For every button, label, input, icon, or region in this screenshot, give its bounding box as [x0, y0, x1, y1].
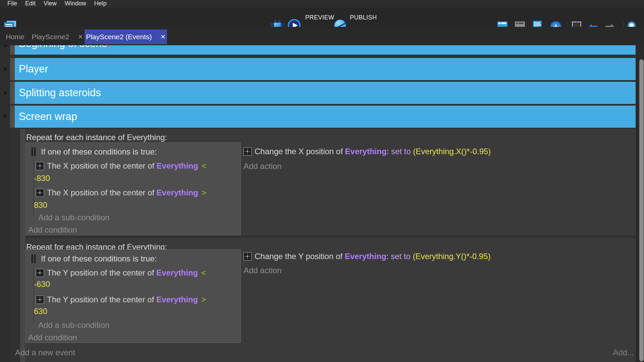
object-name: Everything [345, 252, 386, 261]
close-tab-icon[interactable]: ✕ [78, 33, 83, 41]
action-row[interactable]: Change the X position of Everything: set… [255, 146, 491, 157]
events-sheet: Beginning of scene Player Splitting aste… [0, 45, 644, 362]
add-condition-link[interactable]: Add condition [28, 333, 77, 343]
action-verb: set to [391, 252, 411, 261]
object-name: Everything [156, 295, 198, 304]
group-collapse-arrow-icon[interactable] [4, 67, 8, 71]
operator: > [201, 295, 206, 304]
gdevelop-window: File Edit View Window Help PREVIEW PUBLI… [0, 0, 644, 362]
repeat-event-label[interactable]: Repeat for each instance of Everything: [26, 132, 167, 142]
group-handle[interactable] [10, 82, 15, 104]
menu-bar: File Edit View Window Help [0, 0, 644, 8]
add-sub-condition-link[interactable]: Add a sub-condition [38, 213, 109, 223]
menu-edit[interactable]: Edit [21, 0, 40, 8]
group-screen-wrap[interactable]: Screen wrap [15, 106, 636, 128]
condition-row[interactable]: The Y position of the center of Everythi… [47, 268, 206, 278]
or-condition-label[interactable]: If one of these conditions is true: [41, 147, 157, 157]
vertical-scrollbar[interactable] [639, 59, 644, 361]
event-repeat-x[interactable]: Repeat for each instance of Everything: … [25, 129, 636, 235]
position-action-icon [243, 147, 252, 156]
object-name: Everything [156, 268, 198, 277]
menu-view[interactable]: View [40, 0, 61, 8]
or-condition-label[interactable]: If one of these conditions is true: [41, 254, 157, 264]
add-new-event-link[interactable]: Add a new event [15, 348, 75, 357]
add-action-link[interactable]: Add action [244, 265, 281, 276]
group-handle[interactable] [10, 58, 15, 80]
event-repeat-y[interactable]: Repeat for each instance of Everything: … [25, 238, 636, 362]
action-verb: set to [391, 147, 411, 156]
add-action-link[interactable]: Add action [244, 161, 281, 171]
operator: < [201, 268, 206, 277]
menu-file[interactable]: File [3, 0, 21, 8]
tab-playscene2[interactable]: PlayScene2 ✕ [30, 29, 85, 44]
add-condition-link[interactable]: Add condition [28, 225, 77, 235]
action-formula: (Everything.X()*-0.95) [413, 147, 491, 156]
condition-row[interactable]: The Y position of the center of Everythi… [47, 295, 206, 305]
object-name: Everything [157, 161, 198, 170]
position-action-icon [243, 252, 252, 261]
position-condition-icon [36, 188, 44, 197]
or-condition-icon [32, 147, 37, 158]
tab-playscene2-events[interactable]: PlayScene2 (Events) ✕ [85, 29, 167, 44]
condition-value[interactable]: -630 [34, 279, 50, 289]
position-condition-icon [36, 295, 44, 304]
publish-button[interactable]: PUBLISH [350, 8, 377, 27]
operator: < [202, 161, 206, 170]
operator: > [202, 188, 206, 197]
main-toolbar: PREVIEW PUBLISH + + + + – ⬅ ➡ [0, 8, 644, 27]
or-condition-icon [32, 254, 37, 264]
close-tab-icon[interactable]: ✕ [161, 33, 166, 41]
condition-value[interactable]: -830 [34, 173, 50, 183]
group-collapse-arrow-icon[interactable] [4, 90, 8, 95]
conditions-panel[interactable]: If one of these conditions is true: The … [25, 142, 241, 235]
condition-value[interactable]: 830 [34, 200, 47, 210]
group-player[interactable]: Player [15, 58, 636, 80]
preview-button[interactable]: PREVIEW [305, 8, 334, 27]
action-row[interactable]: Change the Y position of Everything: set… [255, 251, 490, 261]
action-formula: (Everything.Y()*-0.95) [413, 252, 490, 261]
tab-bar: Home PlayScene2 ✕ PlayScene2 (Events) ✕ [0, 27, 644, 45]
sub-event-indent-strip[interactable] [20, 129, 25, 362]
group-expand-arrow-icon[interactable] [3, 115, 7, 119]
object-name: Everything [157, 188, 198, 197]
group-splitting-asteroids[interactable]: Splitting asteroids [15, 82, 636, 104]
position-condition-icon [36, 268, 44, 277]
add-sub-condition-link[interactable]: Add a sub-condition [38, 320, 109, 330]
menu-window[interactable]: Window [61, 0, 90, 8]
object-name: Everything [345, 147, 387, 156]
group-beginning-of-scene[interactable]: Beginning of scene [15, 45, 636, 55]
group-handle[interactable] [10, 106, 15, 128]
add-more-link[interactable]: Add... [613, 348, 634, 357]
tab-home[interactable]: Home [0, 29, 30, 44]
condition-value[interactable]: 630 [34, 306, 47, 316]
group-collapse-arrow-icon[interactable] [4, 45, 8, 48]
group-handle[interactable] [10, 45, 15, 55]
condition-row[interactable]: The X position of the center of Everythi… [47, 188, 206, 198]
conditions-panel[interactable]: If one of these conditions is true: The … [25, 249, 241, 343]
condition-row[interactable]: The X position of the center of Everythi… [47, 161, 206, 171]
position-condition-icon [36, 162, 44, 170]
menu-help[interactable]: Help [90, 0, 111, 8]
